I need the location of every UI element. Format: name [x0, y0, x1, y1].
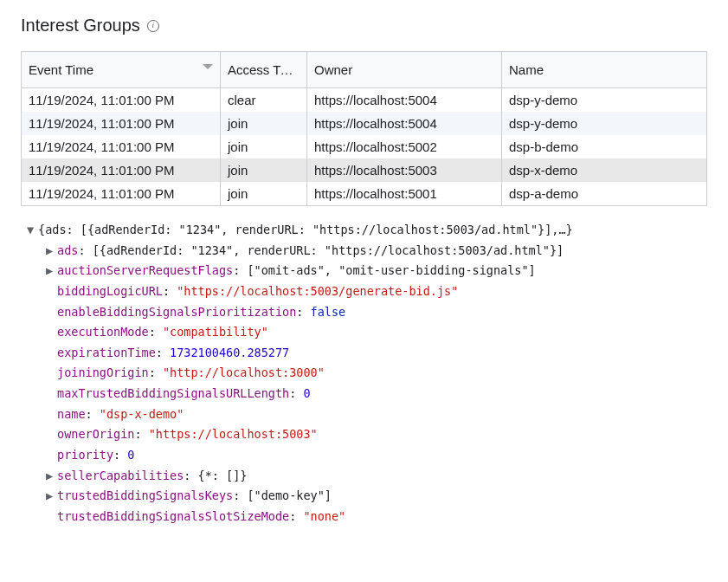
- prop-value: "https://localhost:5003/generate-bid.js": [177, 284, 458, 298]
- cell-time: 11/19/2024, 11:01:00 PM: [22, 158, 221, 182]
- cell-owner: https://localhost:5004: [307, 88, 502, 113]
- cell-type: join: [221, 112, 307, 135]
- prop-value: "none": [303, 509, 345, 523]
- cell-name: dsp-x-demo: [502, 158, 707, 182]
- prop-key: ads: [57, 243, 78, 257]
- disclosure-closed-icon[interactable]: ▶: [45, 486, 54, 507]
- col-header-label: Owner: [314, 62, 352, 77]
- prop-value: false: [311, 305, 346, 319]
- prop-key: priority: [57, 448, 113, 462]
- prop-value: ["demo-key"]: [247, 488, 332, 502]
- table-row[interactable]: 11/19/2024, 11:01:00 PMclearhttps://loca…: [22, 88, 707, 113]
- prop-key: joiningOrigin: [57, 365, 149, 379]
- cell-name: dsp-y-demo: [502, 88, 707, 113]
- table-row[interactable]: 11/19/2024, 11:01:00 PMjoinhttps://local…: [22, 182, 707, 206]
- cell-type: join: [221, 182, 307, 206]
- info-icon[interactable]: i: [147, 20, 159, 32]
- prop-key: name: [57, 407, 86, 421]
- cell-type: join: [221, 135, 307, 158]
- cell-name: dsp-y-demo: [502, 112, 707, 135]
- prop-value: {*: []}: [198, 469, 248, 482]
- panel-header: Interest Groups i: [21, 16, 707, 36]
- cell-owner: https://localhost:5003: [307, 158, 502, 182]
- tree-summary: {ads: [{adRenderId: "1234", renderURL: "…: [38, 220, 573, 241]
- col-header-owner[interactable]: Owner: [307, 52, 502, 88]
- cell-owner: https://localhost:5004: [307, 112, 502, 135]
- prop-value: 0: [127, 448, 134, 462]
- col-header-label: Access Ty…: [228, 62, 300, 77]
- cell-owner: https://localhost:5001: [307, 182, 502, 206]
- col-header-access-type[interactable]: Access Ty…: [221, 52, 307, 88]
- object-tree: ▼ {ads: [{adRenderId: "1234", renderURL:…: [21, 220, 707, 527]
- table-row[interactable]: 11/19/2024, 11:01:00 PMjoinhttps://local…: [22, 112, 707, 135]
- prop-key: biddingLogicURL: [57, 284, 163, 298]
- panel-title: Interest Groups: [21, 16, 140, 36]
- disclosure-closed-icon[interactable]: ▶: [45, 241, 54, 262]
- prop-key: enableBiddingSignalsPrioritization: [57, 305, 296, 319]
- prop-key: trustedBiddingSignalsSlotSizeMode: [57, 509, 289, 523]
- cell-owner: https://localhost:5002: [307, 135, 502, 158]
- cell-time: 11/19/2024, 11:01:00 PM: [22, 182, 221, 206]
- prop-value: [{adRenderId: "1234", renderURL: "https:…: [93, 243, 564, 257]
- prop-key: expirationTime: [57, 346, 156, 359]
- cell-name: dsp-a-demo: [502, 182, 707, 206]
- prop-key: executionMode: [57, 325, 149, 339]
- prop-key: maxTrustedBiddingSignalsURLLength: [57, 386, 289, 400]
- table-row[interactable]: 11/19/2024, 11:01:00 PMjoinhttps://local…: [22, 135, 707, 158]
- disclosure-closed-icon[interactable]: ▶: [45, 261, 54, 281]
- table-row[interactable]: 11/19/2024, 11:01:00 PMjoinhttps://local…: [22, 158, 707, 182]
- col-header-event-time[interactable]: Event Time: [22, 52, 221, 88]
- events-table: Event Time Access Ty… Owner Name 11/19/2…: [21, 51, 707, 206]
- cell-type: clear: [221, 88, 307, 113]
- prop-key: trustedBiddingSignalsKeys: [57, 488, 233, 502]
- prop-key: sellerCapabilities: [57, 469, 184, 482]
- prop-key: ownerOrigin: [57, 427, 134, 441]
- cell-time: 11/19/2024, 11:01:00 PM: [22, 135, 221, 158]
- disclosure-open-icon[interactable]: ▼: [26, 220, 35, 241]
- col-header-label: Event Time: [29, 62, 93, 77]
- cell-type: join: [221, 158, 307, 182]
- disclosure-closed-icon[interactable]: ▶: [45, 466, 54, 487]
- prop-value: 1732100460.285277: [170, 346, 289, 359]
- prop-value: "dsp-x-demo": [100, 407, 184, 421]
- sort-desc-icon: [203, 64, 213, 69]
- col-header-name[interactable]: Name: [502, 52, 707, 88]
- prop-key: auctionServerRequestFlags: [57, 263, 233, 277]
- prop-value: ["omit-ads", "omit-user-bidding-signals"…: [247, 263, 535, 277]
- col-header-label: Name: [509, 62, 544, 77]
- prop-value: "compatibility": [163, 325, 268, 339]
- prop-value: "http://localhost:3000": [163, 365, 325, 379]
- cell-name: dsp-b-demo: [502, 135, 707, 158]
- prop-value: 0: [303, 386, 310, 400]
- cell-time: 11/19/2024, 11:01:00 PM: [22, 112, 221, 135]
- prop-value: "https://localhost:5003": [149, 427, 318, 441]
- cell-time: 11/19/2024, 11:01:00 PM: [22, 88, 221, 113]
